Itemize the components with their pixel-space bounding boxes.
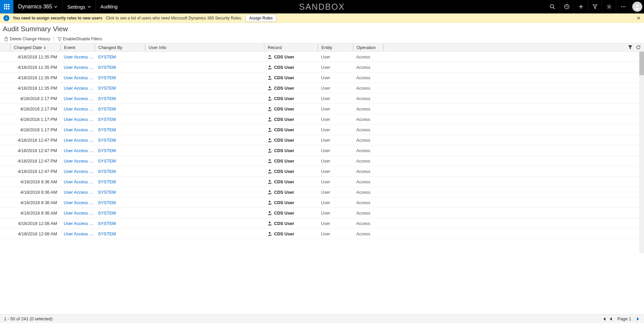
cell-event-link[interactable]: User Access v... — [60, 200, 95, 205]
recent-button[interactable] — [559, 0, 574, 13]
cell-event-link[interactable]: User Access v... — [60, 158, 95, 164]
cell-event-link[interactable]: User Access v... — [60, 106, 95, 111]
cell-event-link[interactable]: User Access v... — [60, 190, 95, 195]
filter-button[interactable] — [588, 0, 602, 13]
cell-record-link[interactable]: CDS User — [264, 200, 318, 205]
new-button[interactable] — [574, 0, 588, 13]
cell-record-link[interactable]: CDS User — [264, 117, 318, 122]
cell-record-link[interactable]: CDS User — [264, 65, 318, 70]
cell-changed-by-link[interactable]: SYSTEM — [95, 179, 145, 184]
delete-history-button[interactable]: Delete Change History — [2, 37, 52, 41]
cell-event-link[interactable]: User Access v... — [60, 65, 95, 70]
pager-next-button[interactable] — [636, 317, 640, 321]
table-row[interactable]: 4/18/2018 12:47 PMUser Access v...SYSTEM… — [0, 145, 644, 156]
cell-record-link[interactable]: CDS User — [264, 86, 318, 91]
user-menu[interactable] — [630, 0, 644, 13]
table-row[interactable]: 4/18/2018 8:36 AMUser Access v...SYSTEMC… — [0, 208, 644, 218]
cell-record-link[interactable]: CDS User — [264, 138, 318, 143]
table-row[interactable]: 4/18/2018 1:17 PMUser Access v...SYSTEMC… — [0, 114, 644, 125]
col-operation[interactable]: Operation — [353, 44, 383, 51]
cell-record-link[interactable]: CDS User — [264, 106, 318, 111]
nav-brand[interactable]: Dynamics 365 — [13, 0, 62, 13]
table-row[interactable]: 4/18/2018 12:08 AMUser Access v...SYSTEM… — [0, 229, 644, 239]
cell-changed-by-link[interactable]: SYSTEM — [95, 65, 145, 70]
cell-event-link[interactable]: User Access v... — [60, 211, 95, 216]
nav-auditing[interactable]: Auditing — [96, 0, 122, 13]
cell-changed-by-link[interactable]: SYSTEM — [95, 127, 145, 132]
scrollbar-thumb[interactable] — [639, 52, 644, 75]
cell-changed-by-link[interactable]: SYSTEM — [95, 231, 145, 236]
pager-first-button[interactable] — [602, 317, 607, 321]
cell-changed-by-link[interactable]: SYSTEM — [95, 200, 145, 205]
cell-event-link[interactable]: User Access v... — [60, 138, 95, 143]
table-row[interactable]: 4/18/2018 12:08 AMUser Access v...SYSTEM… — [0, 218, 644, 229]
cell-event-link[interactable]: User Access v... — [60, 148, 95, 153]
nav-settings[interactable]: Settings — [62, 0, 95, 13]
col-user-info[interactable]: User Info — [145, 44, 264, 51]
notification-close-button[interactable]: ✕ — [637, 15, 641, 21]
cell-changed-by-link[interactable]: SYSTEM — [95, 86, 145, 91]
col-event[interactable]: Event — [60, 44, 95, 51]
table-row[interactable]: 4/18/2018 2:17 PMUser Access v...SYSTEMC… — [0, 93, 644, 104]
col-changed-by[interactable]: Changed By — [95, 44, 145, 51]
cell-record-link[interactable]: CDS User — [264, 179, 318, 184]
vertical-scrollbar[interactable] — [639, 52, 644, 253]
col-changed-date[interactable]: Changed Date — [10, 44, 60, 51]
cell-record-link[interactable]: CDS User — [264, 221, 318, 226]
cell-event-link[interactable]: User Access v... — [60, 221, 95, 226]
cell-record-link[interactable]: CDS User — [264, 54, 318, 59]
cell-record-link[interactable]: CDS User — [264, 190, 318, 195]
assign-roles-button[interactable]: Assign Roles — [246, 14, 276, 22]
cell-changed-by-link[interactable]: SYSTEM — [95, 138, 145, 143]
cell-changed-by-link[interactable]: SYSTEM — [95, 75, 145, 80]
table-row[interactable]: 4/18/2018 11:35 PMUser Access v...SYSTEM… — [0, 52, 644, 62]
cell-event-link[interactable]: User Access v... — [60, 169, 95, 174]
more-button[interactable] — [616, 0, 630, 13]
table-row[interactable]: 4/18/2018 12:47 PMUser Access v...SYSTEM… — [0, 135, 644, 145]
table-row[interactable]: 4/18/2018 11:35 PMUser Access v...SYSTEM… — [0, 73, 644, 83]
settings-button[interactable] — [602, 0, 616, 13]
cell-changed-by-link[interactable]: SYSTEM — [95, 221, 145, 226]
cell-event-link[interactable]: User Access v... — [60, 127, 95, 132]
enable-disable-filters-button[interactable]: Enable/Disable Filters — [55, 37, 104, 41]
cell-record-link[interactable]: CDS User — [264, 96, 318, 101]
cell-changed-by-link[interactable]: SYSTEM — [95, 211, 145, 216]
grid-filter-button[interactable] — [628, 45, 633, 50]
app-launcher-button[interactable] — [0, 0, 13, 13]
search-button[interactable] — [545, 0, 559, 13]
col-entity[interactable]: Entity — [318, 44, 353, 51]
cell-record-link[interactable]: CDS User — [264, 75, 318, 80]
table-row[interactable]: 4/18/2018 12:47 PMUser Access v...SYSTEM… — [0, 156, 644, 166]
cell-record-link[interactable]: CDS User — [264, 211, 318, 216]
cell-changed-by-link[interactable]: SYSTEM — [95, 96, 145, 101]
table-row[interactable]: 4/18/2018 11:35 PMUser Access v...SYSTEM… — [0, 83, 644, 93]
cell-event-link[interactable]: User Access v... — [60, 75, 95, 80]
cell-record-link[interactable]: CDS User — [264, 127, 318, 132]
cell-changed-by-link[interactable]: SYSTEM — [95, 106, 145, 111]
table-row[interactable]: 4/18/2018 2:17 PMUser Access v...SYSTEMC… — [0, 104, 644, 114]
cell-record-link[interactable]: CDS User — [264, 148, 318, 153]
cell-event-link[interactable]: User Access v... — [60, 96, 95, 101]
cell-changed-by-link[interactable]: SYSTEM — [95, 169, 145, 174]
cell-event-link[interactable]: User Access v... — [60, 179, 95, 184]
cell-record-link[interactable]: CDS User — [264, 158, 318, 164]
cell-changed-by-link[interactable]: SYSTEM — [95, 54, 145, 59]
cell-event-link[interactable]: User Access v... — [60, 117, 95, 122]
cell-changed-by-link[interactable]: SYSTEM — [95, 158, 145, 164]
table-row[interactable]: 4/18/2018 8:36 AMUser Access v...SYSTEMC… — [0, 187, 644, 197]
grid-refresh-button[interactable] — [636, 45, 641, 50]
table-row[interactable]: 4/18/2018 11:35 PMUser Access v...SYSTEM… — [0, 62, 644, 73]
cell-record-link[interactable]: CDS User — [264, 231, 318, 236]
col-record[interactable]: Record — [264, 44, 318, 51]
cell-changed-by-link[interactable]: SYSTEM — [95, 190, 145, 195]
table-row[interactable]: 4/18/2018 8:36 AMUser Access v...SYSTEMC… — [0, 197, 644, 208]
cell-event-link[interactable]: User Access v... — [60, 231, 95, 236]
table-row[interactable]: 4/18/2018 8:36 AMUser Access v...SYSTEMC… — [0, 177, 644, 187]
cell-changed-by-link[interactable]: SYSTEM — [95, 117, 145, 122]
cell-record-link[interactable]: CDS User — [264, 169, 318, 174]
table-row[interactable]: 4/18/2018 12:47 PMUser Access v...SYSTEM… — [0, 166, 644, 177]
table-row[interactable]: 4/18/2018 1:17 PMUser Access v...SYSTEMC… — [0, 125, 644, 135]
pager-prev-button[interactable] — [609, 317, 613, 321]
cell-event-link[interactable]: User Access v... — [60, 86, 95, 91]
cell-changed-by-link[interactable]: SYSTEM — [95, 148, 145, 153]
